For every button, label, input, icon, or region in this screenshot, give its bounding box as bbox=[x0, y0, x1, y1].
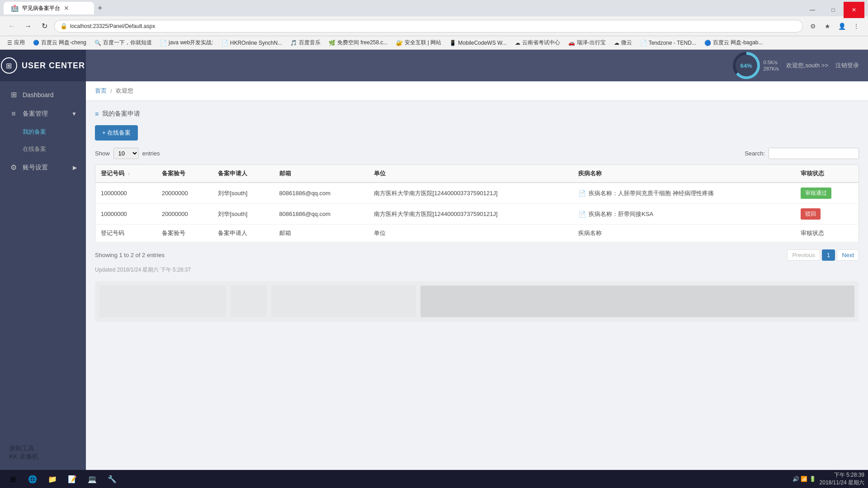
user-greeting[interactable]: 欢迎您,south >> bbox=[786, 61, 828, 70]
col-org[interactable]: 单位 bbox=[368, 165, 573, 183]
status-badge-0: 审核通过 bbox=[801, 188, 831, 199]
cell-email-0: 80861886@qq.com bbox=[274, 183, 368, 204]
cell-email-1: 80861886@qq.com bbox=[274, 204, 368, 225]
refresh-button[interactable]: ↻ bbox=[38, 20, 51, 33]
bookmark-hkr[interactable]: 📄 HKROnline SynchN... bbox=[218, 39, 286, 47]
app-icon-1: 📝 bbox=[67, 474, 78, 484]
breadcrumb: 首页 / 欢迎您 bbox=[86, 81, 868, 101]
status-badge-1: 驳回 bbox=[801, 208, 821, 220]
search-input[interactable] bbox=[769, 148, 859, 159]
bookmark-free258[interactable]: 🌿 免费空间 free258.c... bbox=[325, 38, 391, 47]
back-button[interactable]: ← bbox=[5, 20, 18, 33]
taskbar-clock: 下午 5:28:39 2018/11/24 星期六 bbox=[820, 471, 864, 487]
bookmark-tendzone[interactable]: 📄 Tendzone - TEND... bbox=[637, 39, 700, 47]
col-caseno[interactable]: 备案验号 bbox=[156, 165, 212, 183]
col-org-footer: 单位 bbox=[368, 225, 573, 242]
browser-tab[interactable]: 🏥 罕见病备案平台 ✕ bbox=[4, 2, 94, 14]
col-email[interactable]: 邮箱 bbox=[274, 165, 368, 183]
taskbar-app-1[interactable]: 📝 bbox=[63, 471, 81, 487]
col-disease[interactable]: 疾病名称 bbox=[573, 165, 795, 183]
cell-applicant-0: 刘华[south] bbox=[212, 183, 274, 204]
bookmark-weiyun[interactable]: ☁ 微云 bbox=[610, 38, 636, 47]
bookmark-baidu-search[interactable]: 🔍 百度一下，你就知道 bbox=[91, 38, 156, 47]
network-up: 0.5K/s bbox=[764, 60, 779, 65]
previous-button[interactable]: Previous bbox=[787, 249, 820, 261]
bookmark-music[interactable]: 🎵 百度音乐 bbox=[287, 38, 324, 47]
pagination-wrapper: Showing 1 to 2 of 2 entries Previous 1 N… bbox=[95, 249, 859, 261]
col-id[interactable]: 登记号码 ↕ bbox=[95, 165, 156, 183]
bookmark-icon-2: 🔍 bbox=[94, 40, 101, 46]
sidebar-menu: ⊞ Dashboard ≡ 备案管理 ▼ 我的备案 在线备案 ⚙ 账号设置 ▶ bbox=[0, 81, 86, 470]
col-disease-footer: 疾病名称 bbox=[573, 225, 795, 242]
close-button[interactable]: ✕ bbox=[844, 2, 864, 18]
data-table: 登记号码 ↕ 备案验号 备案申请人 邮箱 bbox=[95, 164, 859, 242]
cell-status-0: 审核通过 bbox=[795, 183, 859, 204]
sidebar-item-my-records[interactable]: 我的备案 bbox=[0, 123, 86, 141]
app-icon-3: 🔧 bbox=[107, 474, 118, 484]
sidebar-item-account[interactable]: ⚙ 账号设置 ▶ bbox=[0, 158, 86, 177]
minimize-button[interactable]: — bbox=[802, 2, 823, 18]
clock-time: 下午 5:28:39 bbox=[820, 471, 864, 479]
bottom-placeholder-4 bbox=[420, 286, 854, 317]
next-button[interactable]: Next bbox=[837, 249, 859, 261]
bookmark-java[interactable]: 📄 java web开发实战: bbox=[156, 38, 217, 47]
taskbar-app-2[interactable]: 💻 bbox=[83, 471, 101, 487]
logo-text: USER CENTER bbox=[22, 61, 85, 70]
main-content: 首页 / 欢迎您 ≡ 我的备案申请 + 在线备案 Show bbox=[86, 81, 868, 488]
entries-select[interactable]: 10 25 50 100 bbox=[113, 148, 139, 159]
bookmark-baidu-bagab[interactable]: 🔵 百度云 网盘-bagab... bbox=[701, 38, 767, 47]
sidebar-dashboard-label: Dashboard bbox=[23, 91, 77, 99]
maximize-button[interactable]: □ bbox=[823, 2, 844, 18]
bottom-placeholder-2 bbox=[231, 286, 267, 317]
bottom-placeholder-3 bbox=[271, 286, 416, 317]
taskbar-start[interactable]: ⊞ bbox=[4, 471, 22, 487]
col-status[interactable]: 审核状态 bbox=[795, 165, 859, 183]
sort-icon-id: ↕ bbox=[128, 171, 130, 176]
music-icon: 🎵 bbox=[290, 40, 297, 46]
taskbar-right: 🔊 📶 🔋 下午 5:28:39 2018/11/24 星期六 bbox=[793, 471, 864, 487]
breadcrumb-current: 欢迎您 bbox=[116, 87, 133, 95]
bookmark-anjia[interactable]: 🔐 安全互联 | 网站 bbox=[392, 38, 445, 47]
chevron-down-icon: ▼ bbox=[71, 111, 77, 117]
sidebar-item-dashboard[interactable]: ⊞ Dashboard bbox=[0, 85, 86, 104]
profile-button[interactable]: 👤 bbox=[835, 20, 848, 33]
page-1-button[interactable]: 1 bbox=[822, 249, 835, 261]
bookmark-yunnan[interactable]: ☁ 云南省考试中心 bbox=[511, 38, 564, 47]
records-icon: ≡ bbox=[9, 110, 18, 118]
taskbar-app-3[interactable]: 🔧 bbox=[103, 471, 121, 487]
taskbar-browser[interactable]: 🌐 bbox=[24, 471, 42, 487]
cell-org-0: 南方医科大学南方医院[124400003737590121J] bbox=[368, 183, 573, 204]
taskbar-file-explorer[interactable]: 📁 bbox=[43, 471, 61, 487]
register-link[interactable]: 注销登录 bbox=[835, 61, 859, 70]
bookmark-baidu-pan[interactable]: 🔵 百度云 网盘-cheng bbox=[29, 38, 90, 47]
address-bar[interactable]: 🔒 localhost:23325/Panel/Default.aspx bbox=[54, 20, 803, 33]
col-caseno-footer: 备案验号 bbox=[156, 225, 212, 242]
bookmark-mobile[interactable]: 📱 MobileCodeWS W... bbox=[446, 39, 510, 47]
gear-icon: ⚙ bbox=[9, 163, 18, 172]
network-stats: 64% 0.5K/s 287K/s bbox=[733, 52, 779, 79]
section-title: ≡ 我的备案申请 bbox=[95, 110, 859, 118]
menu-button[interactable]: ⋮ bbox=[850, 20, 863, 33]
search-box: Search: bbox=[745, 148, 859, 159]
bookmark-button[interactable]: ★ bbox=[821, 20, 834, 33]
breadcrumb-home[interactable]: 首页 bbox=[95, 87, 107, 95]
tab-close-icon[interactable]: ✕ bbox=[64, 5, 69, 12]
new-tab-button[interactable]: + bbox=[94, 2, 106, 15]
bookmark-apps[interactable]: ☰ 应用 bbox=[4, 38, 28, 47]
extensions-button[interactable]: ⚙ bbox=[807, 20, 819, 33]
disease-icon: 📄 bbox=[578, 190, 586, 197]
forward-button[interactable]: → bbox=[22, 20, 34, 33]
section-title-text: 我的备案申请 bbox=[102, 110, 140, 118]
add-record-button[interactable]: + 在线备案 bbox=[95, 125, 138, 141]
col-applicant[interactable]: 备案申请人 bbox=[212, 165, 274, 183]
table-header-row: 登记号码 ↕ 备案验号 备案申请人 邮箱 bbox=[95, 165, 859, 183]
bookmark-ruize[interactable]: 🚗 瑞泽-出行宝 bbox=[565, 38, 609, 47]
sidebar-item-records[interactable]: ≡ 备案管理 ▼ bbox=[0, 104, 86, 123]
sidebar: ⊞ USER CENTER ⊞ Dashboard ≡ 备案管理 ▼ 我的备案 … bbox=[0, 50, 86, 488]
bookmark-icon-4: 📄 bbox=[222, 40, 228, 46]
disease-icon: 📄 bbox=[578, 211, 586, 218]
sidebar-my-records-label: 我的备案 bbox=[23, 128, 46, 136]
chevron-right-icon: ▶ bbox=[73, 164, 77, 171]
bookmark-icon-3: 📄 bbox=[160, 40, 167, 46]
sidebar-item-online-records[interactable]: 在线备案 bbox=[0, 141, 86, 158]
